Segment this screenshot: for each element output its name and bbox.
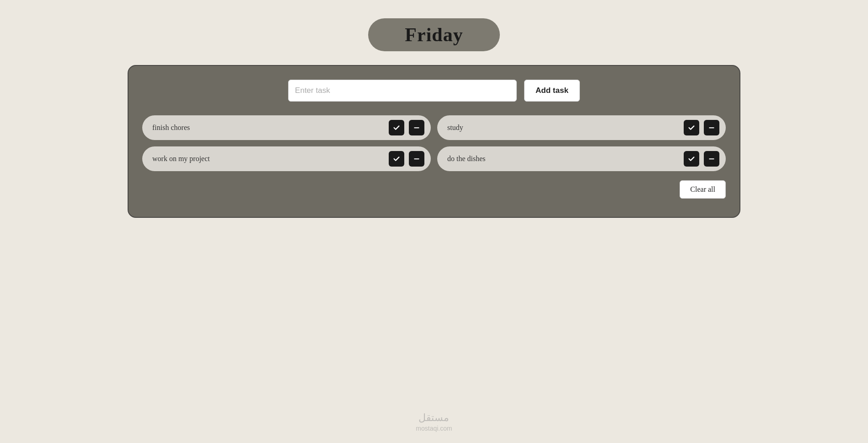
day-label: Friday	[405, 24, 463, 45]
task-check-button[interactable]	[684, 120, 699, 135]
task-delete-button[interactable]	[409, 120, 424, 135]
check-icon	[392, 124, 401, 132]
minus-icon	[413, 155, 420, 162]
task-item: finish chores	[142, 115, 431, 140]
task-label: work on my project	[152, 155, 384, 163]
task-delete-button[interactable]	[409, 151, 424, 167]
minus-icon	[413, 124, 420, 131]
task-label: finish chores	[152, 124, 384, 132]
svg-rect-3	[709, 158, 714, 159]
tasks-grid: finish chores study	[142, 115, 726, 171]
task-label: study	[447, 124, 679, 132]
task-item: do the dishes	[437, 146, 726, 171]
task-input[interactable]	[288, 80, 517, 102]
main-panel: Add task finish chores study	[128, 65, 740, 218]
day-badge: Friday	[368, 18, 499, 51]
svg-rect-1	[709, 127, 714, 128]
task-check-button[interactable]	[389, 151, 404, 167]
add-task-button[interactable]: Add task	[524, 80, 580, 102]
check-icon	[687, 124, 696, 132]
watermark-logo: مستقل	[418, 412, 449, 424]
check-icon	[392, 155, 401, 163]
check-icon	[687, 155, 696, 163]
task-item: study	[437, 115, 726, 140]
watermark-url: mostaqi.com	[416, 425, 452, 432]
task-item: work on my project	[142, 146, 431, 171]
watermark: مستقل mostaqi.com	[416, 412, 452, 432]
input-row: Add task	[142, 80, 726, 102]
task-delete-button[interactable]	[704, 151, 719, 167]
svg-rect-0	[414, 127, 419, 128]
svg-rect-2	[414, 158, 419, 159]
task-label: do the dishes	[447, 155, 679, 163]
task-check-button[interactable]	[389, 120, 404, 135]
task-check-button[interactable]	[684, 151, 699, 167]
footer-row: Clear all	[142, 180, 726, 199]
minus-icon	[708, 124, 715, 131]
clear-all-button[interactable]: Clear all	[680, 180, 726, 199]
minus-icon	[708, 155, 715, 162]
task-delete-button[interactable]	[704, 120, 719, 135]
